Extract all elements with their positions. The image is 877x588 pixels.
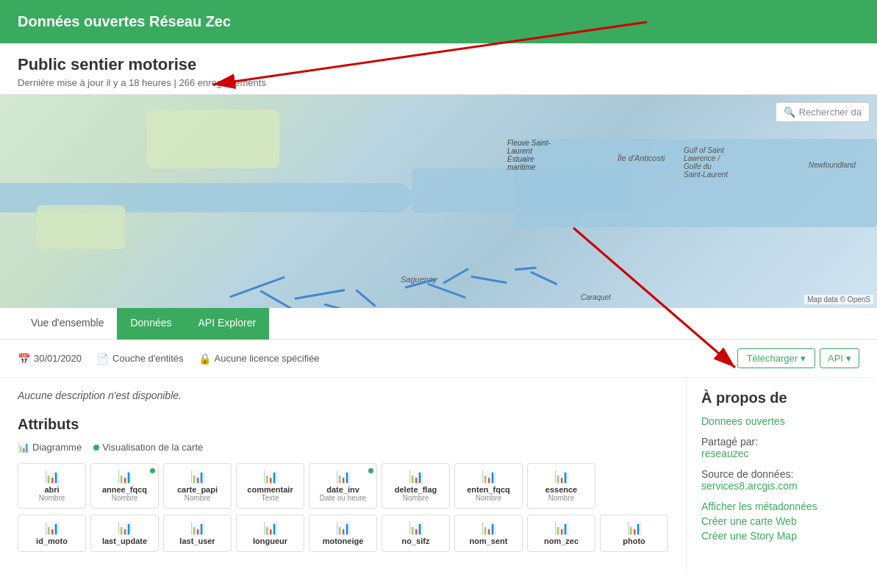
attr-card-photo[interactable]: 📊 photo — [600, 514, 668, 552]
page-title: Public sentier motorise — [18, 55, 859, 74]
chart-icon-essence: 📊 — [532, 470, 590, 484]
chart-icon-longueur: 📊 — [241, 521, 299, 535]
chart-icon-delete: 📊 — [387, 470, 445, 484]
attr-card-nom-sent[interactable]: 📊 nom_sent — [454, 514, 523, 552]
sidebar-title: À propos de — [701, 390, 862, 406]
tabs-bar: Vue d'ensemble Données API Explorer — [0, 308, 877, 340]
attr-card-commentair[interactable]: 📊 commentair Texte — [236, 463, 304, 509]
tab-data[interactable]: Données — [117, 308, 185, 340]
sidebar-shared-by-label: Partagé par: — [701, 436, 758, 448]
chart-icon-enten: 📊 — [459, 470, 518, 484]
search-icon: 🔍 — [784, 107, 795, 118]
attr-card-essence[interactable]: 📊 essence Nombre — [527, 463, 595, 509]
lock-icon: 🔒 — [198, 353, 211, 365]
tab-api-explorer[interactable]: API Explorer — [185, 308, 270, 340]
download-button[interactable]: Télécharger ▾ — [737, 348, 815, 368]
nav-diagramme[interactable]: 📊 Diagramme — [18, 442, 82, 453]
chart-icon-carte: 📊 — [168, 470, 226, 484]
attr-card-id-moto[interactable]: 📊 id_moto — [18, 514, 86, 552]
tab-overview[interactable]: Vue d'ensemble — [18, 308, 117, 340]
sidebar-link-metadata[interactable]: Afficher les métadonnées — [701, 501, 862, 512]
sidebar-shared-by: Partagé par: reseauzec — [701, 436, 862, 459]
chart-icon-motoneige: 📊 — [314, 521, 372, 535]
layer-icon: 📄 — [96, 353, 109, 365]
chevron-down-icon-api: ▾ — [846, 353, 851, 364]
attr-card-no-sifz[interactable]: 📊 no_sifz — [382, 514, 450, 552]
sidebar-data-source: Source de données: services8.arcgis.com — [701, 468, 862, 492]
attr-card-enten-fqcq[interactable]: 📊 enten_fqcq Nombre — [454, 463, 523, 509]
chart-icon-date: 📊 — [314, 470, 372, 484]
chart-icon-nom-zec: 📊 — [532, 521, 590, 535]
attr-card-longueur[interactable]: 📊 longueur — [236, 514, 304, 552]
sidebar-link-arcgis[interactable]: services8.arcgis.com — [701, 480, 862, 492]
attr-card-carte-papi[interactable]: 📊 carte_papi Nombre — [163, 463, 232, 509]
sidebar-link-reseauzec[interactable]: reseauzec — [701, 448, 862, 459]
main-content: Aucune description n'est disponible. Att… — [0, 378, 686, 570]
sidebar-data-source-label: Source de données: — [701, 468, 793, 480]
sidebar-link-carte-web[interactable]: Créer une carte Web — [701, 515, 862, 527]
content-wrapper: Aucune description n'est disponible. Att… — [0, 378, 877, 570]
chevron-down-icon: ▾ — [801, 353, 806, 364]
calendar-icon: 📅 — [18, 353, 30, 365]
attr-card-last-update[interactable]: 📊 last_update — [90, 514, 159, 552]
attr-card-annee-fqcq[interactable]: 📊 annee_fqcq Nombre — [90, 463, 159, 509]
page-title-area: Public sentier motorise Dernière mise à … — [0, 43, 877, 95]
attr-card-delete-flag[interactable]: 📊 delete_flag Nombre — [382, 463, 450, 509]
attr-grid-row2: 📊 id_moto 📊 last_update 📊 last_user 📊 lo… — [18, 514, 668, 552]
chart-icon-nom-sent: 📊 — [459, 521, 518, 535]
attributes-section-title: Attributs — [18, 416, 668, 433]
sidebar-donnees-ouvertes: Donnees ouvertes — [701, 415, 862, 427]
map-attribution: Map data © OpenS — [804, 295, 873, 304]
chart-icon-abri: 📊 — [23, 470, 81, 484]
attr-card-motoneige[interactable]: 📊 motoneige — [309, 514, 377, 552]
dot-indicator — [93, 445, 99, 451]
meta-license: 🔒 Aucune licence spécifiée — [198, 353, 320, 365]
attr-card-abri[interactable]: 📊 abri Nombre — [18, 463, 86, 509]
attr-grid-row1: 📊 abri Nombre 📊 annee_fqcq Nombre 📊 cart… — [18, 463, 668, 509]
sidebar: À propos de Donnees ouvertes Partagé par… — [686, 378, 877, 570]
map-background: Fleuve Saint-LaurentEstuairemaritime Île… — [0, 95, 877, 308]
meta-bar: 📅 30/01/2020 📄 Couche d'entités 🔒 Aucune… — [0, 340, 877, 378]
chart-icon-no-sifz: 📊 — [387, 521, 445, 535]
sidebar-actions: Afficher les métadonnées Créer une carte… — [701, 501, 862, 542]
map-container: Fleuve Saint-LaurentEstuairemaritime Île… — [0, 95, 877, 308]
chart-icon-small: 📊 — [18, 442, 29, 453]
download-area: Télécharger ▾ API ▾ — [737, 348, 859, 368]
site-title: Données ouvertes Réseau Zec — [18, 13, 231, 29]
map-search[interactable]: 🔍 Rechercher da — [776, 102, 870, 122]
nav-carte[interactable]: Visualisation de la carte — [93, 442, 203, 453]
attr-card-nom-zec[interactable]: 📊 nom_zec — [527, 514, 595, 552]
chart-icon-annee: 📊 — [96, 470, 154, 484]
meta-type: 📄 Couche d'entités — [96, 353, 183, 365]
chart-icon-last-user: 📊 — [168, 521, 226, 535]
sidebar-link-story-map[interactable]: Créer une Story Map — [701, 530, 862, 542]
page-subtitle: Dernière mise à jour il y a 18 heures | … — [18, 77, 859, 88]
chart-icon-id-moto: 📊 — [23, 521, 81, 535]
attr-card-last-user[interactable]: 📊 last_user — [163, 514, 232, 552]
api-button[interactable]: API ▾ — [820, 348, 859, 368]
chart-icon-commentair: 📊 — [241, 470, 299, 484]
meta-date: 📅 30/01/2020 — [18, 353, 82, 365]
attr-card-date-inv[interactable]: 📊 date_inv Date ou heure — [309, 463, 377, 509]
attributes-nav: 📊 Diagramme Visualisation de la carte — [18, 442, 668, 453]
chart-icon-photo: 📊 — [605, 521, 663, 535]
description: Aucune description n'est disponible. — [18, 390, 668, 401]
sidebar-link-donnees[interactable]: Donnees ouvertes — [701, 415, 862, 427]
site-header: Données ouvertes Réseau Zec — [0, 0, 877, 43]
chart-icon-last-update: 📊 — [96, 521, 154, 535]
